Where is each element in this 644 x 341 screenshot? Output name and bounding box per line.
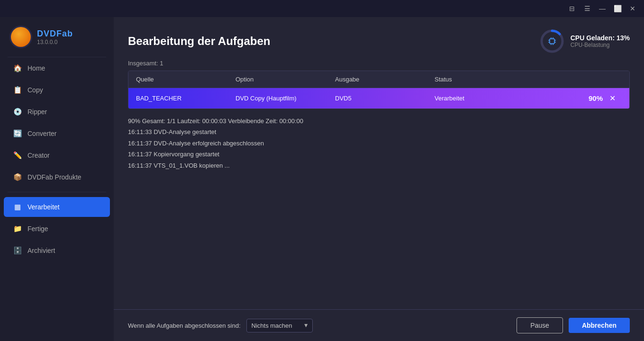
sidebar-item-copy[interactable]: 📋 Copy	[4, 80, 110, 100]
app-body: DVDFab 13.0.0.0 🏠 Home 📋 Copy 💿 Ripper 🔄…	[0, 17, 644, 341]
sidebar-item-fertige[interactable]: 📁 Fertige	[4, 219, 110, 239]
cpu-chip-icon	[547, 36, 557, 46]
table-row: BAD_TEACHER DVD Copy (Hauptfilm) DVD5 Ve…	[128, 88, 629, 108]
pause-button[interactable]: Pause	[517, 317, 563, 333]
menu-btn[interactable]: ☰	[580, 1, 595, 16]
task-complete-select-wrapper: Nichts machen Herunterfahren Ruhezustand…	[246, 319, 313, 332]
logo-icon	[9, 26, 32, 48]
table-header: Quelle Option Ausgabe Status	[128, 71, 629, 88]
bottom-right: Pause Abbrechen	[517, 317, 630, 333]
sidebar-item-creator[interactable]: ✏️ Creator	[4, 145, 110, 165]
sidebar-item-archiviert[interactable]: 🗄️ Archiviert	[4, 241, 110, 260]
col-ausgabe: Ausgabe	[335, 76, 435, 83]
cpu-label: CPU Geladen: 13%	[571, 34, 630, 42]
sidebar-item-label-fertige: Fertige	[27, 225, 48, 233]
total-label: Insgesamt: 1	[114, 60, 644, 71]
logo-text: DVDFab 13.0.0.0	[37, 29, 73, 45]
log-area: 90% Gesamt: 1/1 Laufzeit: 00:00:03 Verbl…	[114, 109, 644, 176]
sidebar-item-label-converter: Converter	[27, 130, 56, 137]
col-status: Status	[435, 76, 520, 83]
task-progress: 90%	[520, 94, 603, 102]
col-option: Option	[236, 76, 335, 83]
creator-icon: ✏️	[13, 151, 22, 160]
cpu-ring	[539, 28, 565, 54]
log-line-2: 16:11:37 Kopiervorgang gestartet	[128, 149, 630, 160]
dvdfab-produkte-icon: 📦	[13, 173, 22, 181]
sidebar-item-label-verarbeitet: Verarbeitet	[27, 203, 60, 211]
cpu-indicator: CPU Geladen: 13% CPU-Belastung	[539, 28, 630, 54]
home-icon: 🏠	[13, 64, 22, 72]
sidebar-item-converter[interactable]: 🔄 Converter	[4, 124, 110, 144]
col-progress	[520, 76, 603, 83]
task-complete-select[interactable]: Nichts machen Herunterfahren Ruhezustand…	[246, 319, 313, 332]
converter-icon: 🔄	[13, 129, 22, 138]
sidebar-item-label-archiviert: Archiviert	[27, 247, 55, 254]
sidebar: DVDFab 13.0.0.0 🏠 Home 📋 Copy 💿 Ripper 🔄…	[0, 17, 114, 341]
sidebar-item-label-ripper: Ripper	[27, 108, 47, 116]
col-action	[603, 76, 622, 83]
copy-icon: 📋	[13, 86, 22, 94]
page-title: Bearbeitung der Aufgaben	[128, 35, 270, 48]
sidebar-divider	[8, 57, 106, 57]
task-option: DVD Copy (Hauptfilm)	[236, 95, 335, 102]
verarbeitet-icon: ▦	[13, 203, 22, 211]
cpu-sub-label: CPU-Belastung	[571, 42, 630, 48]
app-version: 13.0.0.0	[37, 39, 73, 45]
app-logo: DVDFab 13.0.0.0	[0, 17, 114, 57]
bottom-left: Wenn alle Aufgaben abgeschlossen sind: N…	[128, 319, 313, 332]
task-quelle: BAD_TEACHER	[136, 95, 236, 102]
cancel-button[interactable]: Abbrechen	[569, 318, 630, 333]
sidebar-item-verarbeitet[interactable]: ▦ Verarbeitet	[4, 197, 110, 217]
sidebar-item-dvdfab-produkte[interactable]: 📦 DVDFab Produkte	[4, 167, 110, 187]
archiviert-icon: 🗄️	[13, 246, 22, 255]
svg-rect-2	[550, 39, 554, 44]
col-quelle: Quelle	[136, 76, 236, 83]
task-table: Quelle Option Ausgabe Status BAD_TEACHER…	[128, 71, 630, 109]
app-name: DVDFab	[37, 29, 73, 39]
sidebar-item-ripper[interactable]: 💿 Ripper	[4, 102, 110, 122]
sidebar-item-label-home: Home	[27, 64, 45, 72]
sidebar-item-label-creator: Creator	[27, 152, 50, 159]
sidebar-divider-2	[8, 192, 106, 192]
log-line-0: 16:11:33 DVD-Analyse gestartet	[128, 126, 630, 137]
close-btn[interactable]: ✕	[625, 1, 640, 16]
minimize-btn[interactable]: —	[595, 1, 610, 16]
content-header: Bearbeitung der Aufgaben	[114, 17, 644, 60]
sidebar-item-home[interactable]: 🏠 Home	[4, 58, 110, 78]
sidebar-item-label-dvdfab-produkte: DVDFab Produkte	[27, 173, 82, 181]
log-line-3: 16:11:37 VTS_01_1.VOB kopieren ...	[128, 160, 630, 171]
log-progress-line: 90% Gesamt: 1/1 Laufzeit: 00:00:03 Verbl…	[128, 116, 630, 126]
log-line-1: 16:11:37 DVD-Analyse erfolgreich abgesch…	[128, 138, 630, 149]
bottom-bar: Wenn alle Aufgaben abgeschlossen sind: N…	[114, 309, 644, 341]
maximize-btn[interactable]: ⬜	[610, 1, 625, 16]
titlebar: ⊟ ☰ — ⬜ ✕	[0, 0, 644, 17]
sidebar-item-label-copy: Copy	[27, 86, 43, 94]
bottom-label: Wenn alle Aufgaben abgeschlossen sind:	[128, 322, 241, 329]
sidebar-toggle-btn[interactable]: ⊟	[564, 1, 580, 16]
task-ausgabe: DVD5	[335, 95, 435, 102]
ripper-icon: 💿	[13, 108, 22, 116]
task-close-btn[interactable]: ✕	[603, 94, 622, 103]
fertige-icon: 📁	[13, 224, 22, 233]
content-area: Bearbeitung der Aufgaben	[114, 17, 644, 341]
cpu-info: CPU Geladen: 13% CPU-Belastung	[571, 34, 630, 48]
task-status: Verarbeitet	[435, 95, 520, 102]
